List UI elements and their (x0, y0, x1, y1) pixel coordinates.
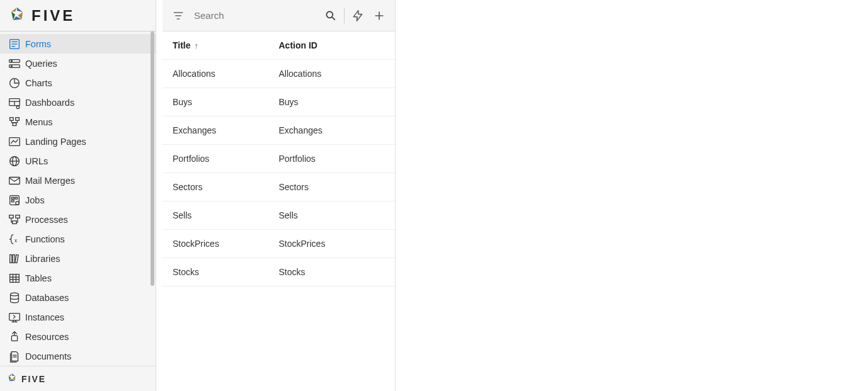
svg-point-6 (11, 60, 13, 61)
brand-mark-icon (8, 5, 26, 26)
column-header-action-id[interactable]: Action ID (279, 40, 385, 50)
resources-icon (8, 329, 25, 344)
cell-action-id: Portfolios (279, 154, 385, 164)
toolbar-divider (344, 8, 345, 23)
table-row[interactable]: PortfoliosPortfolios (163, 145, 395, 173)
list-panel: Title ↑ Action ID AllocationsAllocations… (163, 0, 396, 391)
search-input[interactable] (193, 6, 320, 25)
menus-icon (8, 115, 25, 130)
svg-rect-15 (13, 122, 16, 125)
table-row[interactable]: SellsSells (163, 201, 395, 230)
sidebar-item-label: Documents (25, 351, 71, 361)
sidebar-item-label: Charts (25, 78, 52, 88)
sidebar-item-label: Tables (25, 273, 52, 283)
dashboards-icon (8, 95, 25, 110)
urls-icon (8, 154, 25, 169)
cell-title: Buys (173, 97, 279, 107)
brand-mark-icon (6, 372, 18, 385)
svg-rect-30 (16, 215, 20, 218)
main-area: Title ↑ Action ID AllocationsAllocations… (156, 0, 868, 391)
sort-asc-icon: ↑ (195, 41, 199, 50)
cell-title: Stocks (173, 267, 279, 277)
databases-icon (8, 290, 25, 305)
table-row[interactable]: ExchangesExchanges (163, 116, 395, 145)
lightning-icon[interactable] (347, 5, 368, 26)
sidebar-item-urls[interactable]: URLs (0, 151, 156, 171)
cell-title: Allocations (173, 69, 279, 79)
sidebar-item-instances[interactable]: Instances (0, 307, 156, 327)
sidebar-item-label: Functions (25, 234, 65, 244)
table-row[interactable]: StockPricesStockPrices (163, 230, 395, 258)
list-toolbar (163, 0, 395, 31)
sidebar-item-label: Landing Pages (25, 137, 86, 147)
column-header-action-id-label: Action ID (279, 40, 317, 50)
cell-action-id: Stocks (279, 267, 385, 277)
svg-rect-39 (13, 254, 14, 263)
documents-icon (8, 349, 25, 364)
sidebar-item-landing[interactable]: Landing Pages (0, 132, 156, 151)
sidebar-item-databases[interactable]: Databases (0, 288, 156, 307)
sidebar-item-charts[interactable]: Charts (0, 73, 156, 93)
sidebar-item-processes[interactable]: Processes (0, 210, 156, 229)
sidebar-item-label: Instances (25, 312, 64, 322)
sidebar-item-label: Processes (25, 215, 68, 225)
sidebar-item-tables[interactable]: Tables (0, 268, 156, 288)
brand-logo[interactable]: FIVE (8, 5, 75, 26)
sidebar-item-label: Databases (25, 293, 69, 303)
cell-title: StockPrices (173, 239, 279, 249)
svg-rect-23 (9, 177, 20, 184)
add-icon[interactable] (368, 5, 390, 26)
svg-point-28 (16, 201, 20, 205)
cell-action-id: Allocations (279, 69, 385, 79)
sidebar-item-forms[interactable]: Forms (0, 34, 156, 54)
svg-point-46 (11, 293, 19, 296)
tables-icon (8, 271, 25, 286)
svg-rect-29 (9, 215, 13, 218)
svg-rect-14 (16, 117, 20, 120)
cell-action-id: Buys (279, 97, 385, 107)
sidebar-item-label: Resources (25, 332, 69, 342)
forms-icon (8, 37, 25, 52)
cell-title: Portfolios (173, 154, 279, 164)
brand-logo-small[interactable]: FIVE (6, 372, 46, 385)
cell-action-id: Exchanges (279, 125, 385, 135)
svg-point-12 (16, 106, 20, 109)
sidebar-item-mailmerges[interactable]: Mail Merges (0, 171, 156, 190)
svg-text:x: x (14, 237, 18, 243)
table-row[interactable]: StocksStocks (163, 258, 395, 286)
sidebar-item-resources[interactable]: Resources (0, 327, 156, 346)
sidebar-item-label: URLs (25, 156, 48, 166)
processes-icon (8, 212, 25, 227)
filter-icon[interactable] (168, 5, 189, 26)
table-row[interactable]: BuysBuys (163, 88, 395, 116)
cell-title: Sectors (173, 182, 279, 192)
svg-marker-59 (353, 10, 362, 21)
svg-point-57 (326, 11, 333, 18)
sidebar-item-libraries[interactable]: Libraries (0, 249, 156, 268)
sidebar-item-label: Mail Merges (25, 176, 75, 186)
instances-icon (8, 310, 25, 325)
sidebar-item-dashboards[interactable]: Dashboards (0, 93, 156, 112)
sidebar-item-label: Jobs (25, 195, 45, 205)
sidebar-item-documents[interactable]: Documents (0, 346, 156, 366)
table-row[interactable]: AllocationsAllocations (163, 60, 395, 88)
cell-action-id: Sectors (279, 182, 385, 192)
table-row[interactable]: SectorsSectors (163, 173, 395, 201)
sidebar-item-menus[interactable]: Menus (0, 112, 156, 132)
svg-rect-51 (11, 336, 17, 341)
sidebar-item-functions[interactable]: xFunctions (0, 229, 156, 249)
landing-icon (8, 134, 25, 149)
sidebar-item-queries[interactable]: Queries (0, 54, 156, 73)
column-header-title[interactable]: Title ↑ (173, 40, 279, 50)
sidebar-item-label: Queries (25, 59, 57, 69)
svg-rect-47 (9, 313, 20, 320)
sidebar-item-label: Menus (25, 117, 53, 127)
sidebar-item-jobs[interactable]: Jobs (0, 190, 156, 210)
brand-name-small: FIVE (21, 374, 46, 384)
sidebar: FIVE FormsQueriesChartsDashboardsMenusLa… (0, 0, 156, 391)
sidebar-item-label: Dashboards (25, 98, 74, 108)
sidebar-scrollbar-thumb[interactable] (151, 31, 154, 286)
svg-rect-41 (10, 274, 20, 282)
search-icon[interactable] (320, 5, 341, 26)
sidebar-scrollbar[interactable] (149, 31, 156, 366)
